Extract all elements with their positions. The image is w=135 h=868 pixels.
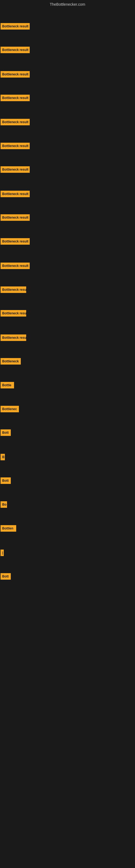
- bottleneck-bar-6: Bottleneck result: [1, 143, 30, 149]
- site-title: TheBottlenecker.com: [0, 0, 135, 8]
- bottleneck-bar-17: Bottlenec: [1, 406, 19, 412]
- bottleneck-bar-15: Bottleneck: [1, 358, 21, 365]
- bottleneck-bar-10: Bottleneck result: [1, 238, 30, 245]
- bottleneck-bar-16: Bottle: [1, 382, 14, 389]
- bottleneck-bar-18: Bott: [1, 429, 11, 436]
- bottleneck-bar-24: Bott: [1, 573, 11, 580]
- bottleneck-bar-7: Bottleneck result: [1, 166, 30, 173]
- bottleneck-bar-22: Bottlen: [1, 525, 16, 532]
- bottleneck-bar-20: Bott: [1, 477, 11, 484]
- bars-container: Bottleneck resultBottleneck resultBottle…: [0, 8, 135, 868]
- bottleneck-bar-11: Bottleneck result: [1, 262, 30, 269]
- bottleneck-bar-3: Bottleneck result: [1, 71, 30, 78]
- bottleneck-bar-14: Bottleneck resu: [1, 335, 26, 341]
- bottleneck-bar-23: |: [1, 550, 4, 556]
- bottleneck-bar-21: Bo: [1, 501, 7, 508]
- bottleneck-bar-4: Bottleneck result: [1, 95, 30, 101]
- bottleneck-bar-2: Bottleneck result: [1, 46, 30, 53]
- bottleneck-bar-5: Bottleneck result: [1, 119, 30, 125]
- bottleneck-bar-19: B: [1, 454, 5, 460]
- page-container: TheBottlenecker.com Bottleneck resultBot…: [0, 0, 135, 868]
- bottleneck-bar-8: Bottleneck result: [1, 191, 30, 197]
- bottleneck-bar-1: Bottleneck result: [1, 23, 30, 30]
- bottleneck-bar-12: Bottleneck resu: [1, 286, 26, 293]
- bottleneck-bar-13: Bottleneck resu: [1, 310, 26, 316]
- bottleneck-bar-9: Bottleneck result: [1, 214, 30, 221]
